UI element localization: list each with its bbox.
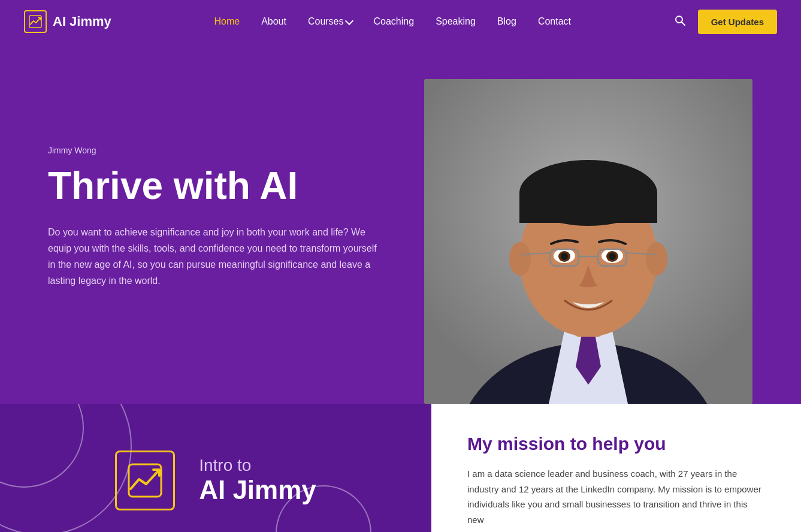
svg-point-13 xyxy=(646,242,667,276)
nav-link-contact[interactable]: Contact xyxy=(538,16,571,26)
mission-title: My mission to help you xyxy=(467,434,765,454)
hero-title: Thrive with AI xyxy=(48,165,400,207)
intro-text: Intro to AI Jimmy xyxy=(199,456,316,505)
nav-item-about[interactable]: About xyxy=(261,16,286,27)
nav-item-courses[interactable]: Courses xyxy=(308,16,352,27)
nav-link-about[interactable]: About xyxy=(261,16,286,26)
nav-link-courses[interactable]: Courses xyxy=(308,16,352,27)
intro-to-label: Intro to xyxy=(199,456,316,475)
hero-section: Jimmy Wong Thrive with AI Do you want to… xyxy=(0,43,801,404)
nav-item-blog[interactable]: Blog xyxy=(497,16,516,27)
chevron-down-icon xyxy=(344,16,353,25)
hero-image xyxy=(424,79,752,404)
search-button[interactable] xyxy=(674,14,686,29)
second-section: Intro to AI Jimmy My mission to help you… xyxy=(0,404,801,532)
svg-point-12 xyxy=(509,242,531,276)
svg-point-19 xyxy=(609,253,616,260)
logo-icon xyxy=(24,10,47,33)
search-icon xyxy=(674,14,686,26)
nav-item-home[interactable]: Home xyxy=(214,16,240,27)
intro-brand-name: AI Jimmy xyxy=(199,475,316,505)
nav-item-contact[interactable]: Contact xyxy=(538,16,571,27)
nav-link-blog[interactable]: Blog xyxy=(497,16,516,26)
get-updates-button[interactable]: Get Updates xyxy=(698,10,777,34)
nav-right: Get Updates xyxy=(674,10,777,34)
svg-rect-11 xyxy=(519,193,657,223)
brand-name: AI Jimmy xyxy=(53,14,111,29)
intro-content: Intro to AI Jimmy xyxy=(115,451,316,510)
hero-subtitle: Jimmy Wong xyxy=(48,146,400,155)
hero-left: Jimmy Wong Thrive with AI Do you want to… xyxy=(48,146,424,337)
portrait-svg xyxy=(424,79,752,404)
svg-line-2 xyxy=(681,22,685,25)
nav-links: Home About Courses Coaching Speaking Blo… xyxy=(214,16,571,27)
nav-item-speaking[interactable]: Speaking xyxy=(436,16,476,27)
nav-link-home[interactable]: Home xyxy=(214,16,240,26)
svg-point-18 xyxy=(561,253,568,260)
intro-section: Intro to AI Jimmy xyxy=(0,404,431,532)
nav-link-speaking[interactable]: Speaking xyxy=(436,16,476,26)
mission-section: My mission to help you I am a data scien… xyxy=(431,404,801,532)
nav-link-coaching[interactable]: Coaching xyxy=(374,16,415,26)
mission-text: I am a data science leader and business … xyxy=(467,466,765,527)
deco-circle-2 xyxy=(0,404,132,532)
brand-logo[interactable]: AI Jimmy xyxy=(24,10,111,33)
nav-item-coaching[interactable]: Coaching xyxy=(374,16,415,27)
intro-logo-icon xyxy=(115,451,175,510)
hero-description: Do you want to achieve significance and … xyxy=(48,224,383,289)
hero-right xyxy=(424,79,753,404)
navbar: AI Jimmy Home About Courses Coaching Spe… xyxy=(0,0,801,43)
